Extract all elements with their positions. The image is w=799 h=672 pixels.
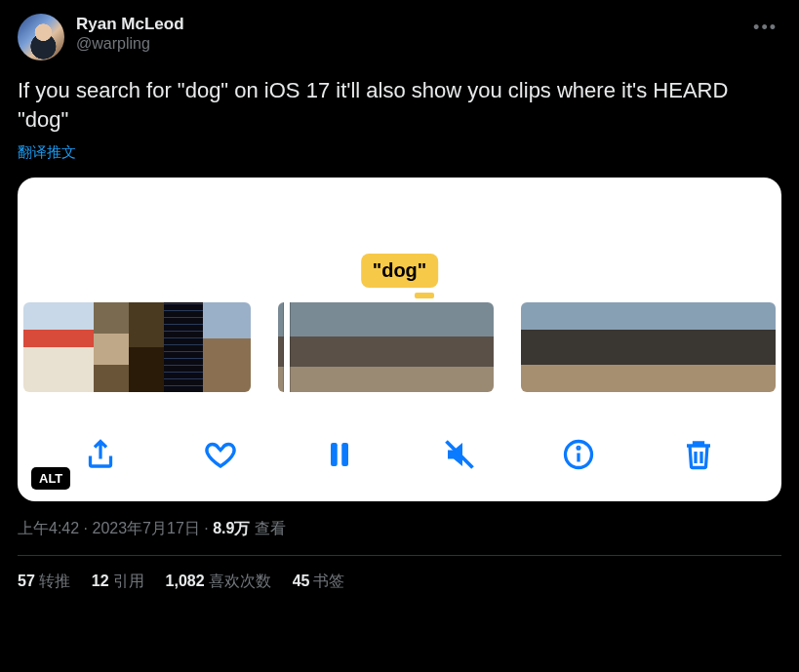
clip-frame xyxy=(333,302,387,392)
meta-date[interactable]: 2023年7月17日 xyxy=(92,520,199,536)
display-name: Ryan McLeod xyxy=(76,14,184,34)
svg-rect-0 xyxy=(331,443,338,466)
tweet-meta: 上午4:42 · 2023年7月17日 · 8.9万 查看 xyxy=(18,519,781,539)
clip-frame xyxy=(23,302,59,392)
more-icon[interactable]: ••• xyxy=(749,14,781,42)
clip-frame xyxy=(164,302,203,392)
avatar[interactable] xyxy=(18,14,64,60)
handle: @warpling xyxy=(76,34,184,54)
translate-link[interactable]: 翻译推文 xyxy=(18,143,781,162)
meta-views-count: 8.9万 xyxy=(213,520,250,536)
tweet-text: If you search for "dog" on iOS 17 it'll … xyxy=(18,76,781,134)
stat-quotes[interactable]: 12引用 xyxy=(92,572,144,592)
clip-group-active[interactable] xyxy=(278,302,494,392)
video-timeline[interactable] xyxy=(18,302,781,392)
stat-retweets[interactable]: 57转推 xyxy=(18,572,70,592)
playhead[interactable] xyxy=(284,302,290,392)
clip-frame xyxy=(607,302,650,392)
clip-frame xyxy=(693,302,736,392)
clip-frame xyxy=(564,302,607,392)
author-names[interactable]: Ryan McLeod @warpling xyxy=(76,14,184,54)
clip-frame xyxy=(387,302,442,392)
svg-point-5 xyxy=(578,448,579,450)
share-icon[interactable] xyxy=(83,437,118,472)
clip-group[interactable] xyxy=(521,302,776,392)
trash-icon[interactable] xyxy=(681,437,716,472)
info-icon[interactable] xyxy=(561,437,596,472)
tweet: Ryan McLeod @warpling ••• If you search … xyxy=(0,0,799,592)
clip-frame xyxy=(442,302,494,392)
clip-frame xyxy=(129,302,164,392)
clip-frame xyxy=(203,302,251,392)
meta-views-label: 查看 xyxy=(255,520,286,536)
tweet-stats: 57转推 12引用 1,082喜欢次数 45书签 xyxy=(18,556,781,592)
clip-frame xyxy=(59,302,94,392)
mute-icon[interactable] xyxy=(442,437,477,472)
pause-icon[interactable] xyxy=(322,437,357,472)
svg-rect-1 xyxy=(342,443,349,466)
caption-marker xyxy=(415,293,434,298)
media-controls xyxy=(18,437,781,472)
meta-time[interactable]: 上午4:42 xyxy=(18,520,79,536)
clip-group[interactable] xyxy=(23,302,251,392)
clip-frame xyxy=(650,302,693,392)
clip-frame xyxy=(94,302,129,392)
clip-frame xyxy=(736,302,776,392)
stat-bookmarks[interactable]: 45书签 xyxy=(293,572,345,592)
media-card[interactable]: "dog" xyxy=(18,178,781,501)
stat-likes[interactable]: 1,082喜欢次数 xyxy=(166,572,271,592)
heart-icon[interactable] xyxy=(203,437,238,472)
alt-badge[interactable]: ALT xyxy=(31,467,70,490)
tweet-header: Ryan McLeod @warpling ••• xyxy=(18,14,781,60)
clip-frame xyxy=(521,302,564,392)
caption-tooltip: "dog" xyxy=(361,254,439,288)
